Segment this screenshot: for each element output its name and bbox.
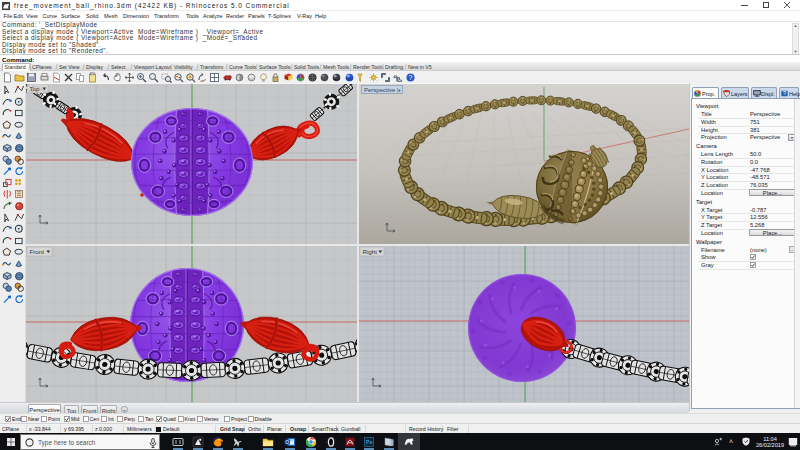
svg-text:?: ? — [783, 90, 786, 96]
svg-text:Top: Top — [30, 85, 41, 92]
svg-text:Right: Right — [363, 248, 378, 255]
svg-text:?: ? — [408, 74, 412, 81]
svg-text:Ps: Ps — [366, 439, 373, 445]
svg-text:Front: Front — [30, 248, 45, 255]
svg-text:O: O — [285, 439, 289, 444]
